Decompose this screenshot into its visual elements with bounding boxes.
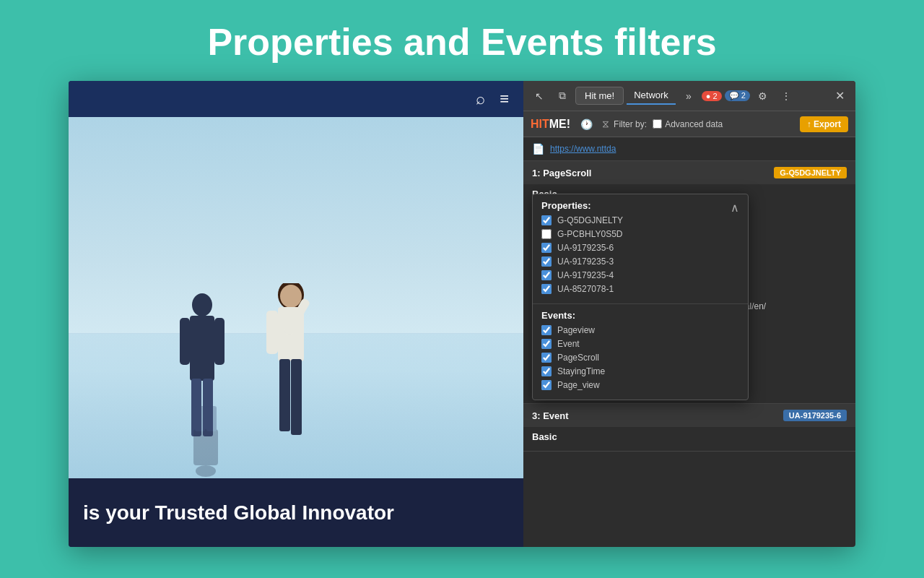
svg-rect-11 — [279, 359, 290, 431]
events-section: Events: Pageview Event PageScroll — [533, 304, 748, 400]
svg-rect-4 — [180, 318, 190, 365]
list-item: UA-9179235-3 — [541, 256, 739, 267]
list-item: Pageview — [541, 325, 739, 335]
hit-me-button[interactable]: Hit me! — [575, 87, 624, 105]
properties-title: Properties: — [541, 200, 591, 211]
website-hero-image — [69, 117, 523, 478]
properties-events-dropdown: Properties: ∧ G-Q5DGJNELTY G-PCBHLY0S5D … — [532, 194, 749, 400]
plugin-toolbar: ↖ ⧉ Hit me! Network » ● 2 💬 2 ⚙ ⋮ ✕ — [523, 81, 855, 111]
list-item: G-PCBHLY0S5D — [541, 229, 739, 239]
svg-rect-16 — [206, 406, 217, 431]
figure-female — [263, 283, 318, 457]
svg-point-7 — [280, 285, 302, 308]
properties-section: Properties: ∧ G-Q5DGJNELTY G-PCBHLY0S5D … — [533, 194, 748, 303]
list-item: PageScroll — [541, 353, 739, 363]
property-checkbox-g-pc[interactable] — [541, 229, 552, 239]
settings-button[interactable]: ⚙ — [753, 86, 773, 106]
property-label-g-pc: G-PCBHLY0S5D — [557, 229, 622, 239]
menu-icon[interactable]: ≡ — [500, 90, 509, 108]
url-text[interactable]: https://www.nttda — [550, 144, 616, 154]
website-panel: ⌕ ≡ — [69, 81, 523, 547]
window-tool-button[interactable]: ⧉ — [552, 86, 572, 106]
website-nav: ⌕ ≡ — [69, 81, 523, 117]
property-label-ua3: UA-9179235-3 — [557, 256, 614, 267]
property-checkbox-ua3[interactable] — [541, 256, 552, 267]
filter-icon: ⧖ — [602, 118, 609, 130]
events-title: Events: — [541, 310, 739, 321]
more-tools-button[interactable]: » — [679, 86, 699, 106]
advanced-data-checkbox[interactable]: Advanced data — [653, 119, 723, 129]
hit3-basic-title: Basic — [532, 431, 847, 442]
plugin-panel: ↖ ⧉ Hit me! Network » ● 2 💬 2 ⚙ ⋮ ✕ HITM… — [523, 81, 855, 547]
svg-point-0 — [192, 293, 212, 316]
event-checkbox-pageview[interactable] — [541, 325, 552, 335]
hit3-header[interactable]: 3: Event UA-9179235-6 — [523, 404, 855, 427]
advanced-label: Advanced data — [665, 119, 723, 129]
error-badge: ● 2 — [702, 91, 722, 101]
url-bar: 📄 https://www.nttda — [523, 137, 855, 161]
list-item: Event — [541, 339, 739, 349]
collapse-icon[interactable]: ∧ — [731, 201, 739, 215]
hit1-tag: G-Q5DGJNELTY — [774, 167, 847, 178]
event-checkbox-pageview2[interactable] — [541, 380, 552, 390]
filter-label: Filter by: — [614, 119, 647, 129]
property-label-ua6: UA-9179235-6 — [557, 243, 614, 253]
list-item: StayingTime — [541, 366, 739, 376]
property-checkbox-g-q5[interactable] — [541, 215, 552, 225]
list-item: UA-9179235-6 — [541, 243, 739, 253]
list-item: UA-8527078-1 — [541, 284, 739, 294]
event-label-pagescroll: PageScroll — [557, 353, 599, 363]
hit-entry-3: 3: Event UA-9179235-6 Basic — [523, 404, 855, 452]
event-label-event: Event — [557, 339, 580, 349]
more-options-button[interactable]: ⋮ — [776, 86, 796, 106]
event-checkbox-pagescroll[interactable] — [541, 353, 552, 363]
browser-window: ⌕ ≡ — [69, 81, 855, 547]
hit3-basic-section: Basic — [523, 427, 855, 451]
property-checkbox-ua6[interactable] — [541, 243, 552, 253]
close-button[interactable]: ✕ — [829, 86, 850, 106]
event-label-stayingtime: StayingTime — [557, 366, 605, 376]
me-text: ME! — [549, 118, 570, 130]
hit1-number: 1: PageScroll — [532, 168, 591, 178]
event-label-pageview: Pageview — [557, 325, 595, 335]
plugin-subbar: HITME! 🕐 ⧖ Filter by: Advanced data ↑ Ex… — [523, 111, 855, 137]
svg-point-13 — [196, 465, 216, 477]
svg-rect-12 — [291, 359, 302, 435]
hero-figures — [69, 117, 523, 478]
svg-rect-5 — [214, 318, 225, 365]
figure-male-reflection — [180, 406, 231, 478]
property-checkbox-ua4[interactable] — [541, 270, 552, 280]
property-checkbox-ua8[interactable] — [541, 284, 552, 294]
hit3-tag: UA-9179235-6 — [783, 410, 847, 421]
event-checkbox-event[interactable] — [541, 339, 552, 349]
filter-area: ⧖ Filter by: — [602, 118, 647, 130]
footer-text: is your Trusted Global Innovator — [83, 501, 394, 525]
svg-rect-14 — [193, 429, 218, 465]
cursor-tool-button[interactable]: ↖ — [529, 86, 549, 106]
event-label-pageview2: Page_view — [557, 380, 600, 390]
clock-button[interactable]: 🕐 — [576, 114, 596, 134]
website-footer: is your Trusted Global Innovator — [69, 478, 523, 547]
plugin-content[interactable]: 📄 https://www.nttda 1: PageScroll G-Q5DG… — [523, 137, 855, 547]
page-title: Properties and Events filters — [0, 0, 924, 81]
event-checkbox-stayingtime[interactable] — [541, 366, 552, 376]
list-item: UA-9179235-4 — [541, 270, 739, 280]
hitme-logo: HITME! — [531, 118, 570, 131]
property-label-g-q5: G-Q5DGJNELTY — [557, 215, 623, 225]
url-file-icon: 📄 — [532, 143, 544, 155]
hit-text: HIT — [531, 118, 549, 130]
list-item: G-Q5DGJNELTY — [541, 215, 739, 225]
advanced-checkbox-input[interactable] — [653, 119, 662, 129]
svg-rect-15 — [195, 406, 205, 431]
list-item: Page_view — [541, 380, 739, 390]
hit3-number: 3: Event — [532, 410, 569, 421]
export-button[interactable]: ↑ Export — [800, 116, 848, 132]
search-icon[interactable]: ⌕ — [476, 90, 485, 108]
svg-rect-1 — [190, 316, 214, 381]
network-button[interactable]: Network — [627, 87, 676, 105]
svg-rect-10 — [266, 311, 278, 354]
property-label-ua4: UA-9179235-4 — [557, 270, 614, 280]
property-label-ua8: UA-8527078-1 — [557, 284, 614, 294]
comment-badge: 💬 2 — [725, 90, 750, 101]
hit1-header[interactable]: 1: PageScroll G-Q5DGJNELTY — [523, 161, 855, 184]
